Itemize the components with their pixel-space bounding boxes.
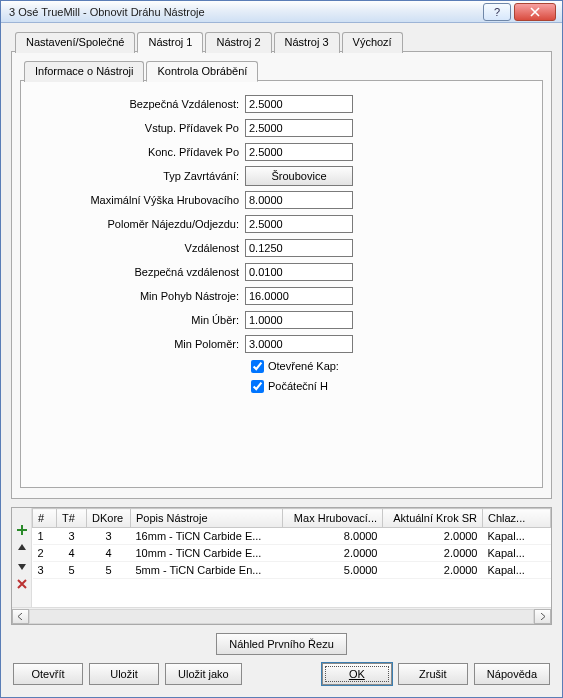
- open-button[interactable]: Otevřít: [13, 663, 83, 685]
- label-min-radius: Min Poloměr:: [35, 338, 245, 350]
- tab-tool-2[interactable]: Nástroj 2: [205, 32, 271, 53]
- input-safe-distance[interactable]: [245, 95, 353, 113]
- col-num[interactable]: #: [33, 509, 57, 528]
- tab-settings-common[interactable]: Nastavení/Společné: [15, 32, 135, 53]
- tool-table[interactable]: # T# DKore Popis Nástroje Max Hrubovací.…: [32, 508, 551, 579]
- main-tabstrip: Nastavení/Společné Nástroj 1 Nástroj 2 N…: [11, 31, 552, 52]
- delete-row-button[interactable]: [14, 576, 30, 592]
- col-desc[interactable]: Popis Nástroje: [131, 509, 283, 528]
- add-row-button[interactable]: [14, 522, 30, 538]
- tab-tool-3[interactable]: Nástroj 3: [274, 32, 340, 53]
- table-cell: 2.0000: [383, 545, 483, 562]
- table-header-row: # T# DKore Popis Nástroje Max Hrubovací.…: [33, 509, 551, 528]
- grid-horizontal-scrollbar[interactable]: [12, 607, 551, 624]
- sub-tabpanel: Bezpečná Vzdálenost: Vstup. Přídavek Po …: [20, 80, 543, 488]
- close-window-button[interactable]: [514, 3, 556, 21]
- col-maxrough[interactable]: Max Hrubovací...: [283, 509, 383, 528]
- table-row[interactable]: 3555mm - TiCN Carbide En...5.00002.0000K…: [33, 562, 551, 579]
- svg-text:?: ?: [494, 7, 500, 17]
- dropdown-entry-type[interactable]: Šroubovice: [245, 166, 353, 186]
- grid-side-toolbar: [12, 508, 32, 607]
- label-entry-type: Typ Zavrtávání:: [35, 170, 245, 182]
- table-cell: Kapal...: [483, 545, 551, 562]
- label-initial-h: Počáteční H: [268, 380, 328, 392]
- table-cell: 3: [57, 528, 87, 545]
- input-min-radius[interactable]: [245, 335, 353, 353]
- checkbox-initial-h[interactable]: [251, 380, 264, 393]
- dialog-footer: Otevřít Uložit Uložit jako OK Zrušit Náp…: [11, 663, 552, 687]
- table-cell: Kapal...: [483, 528, 551, 545]
- scroll-left-button[interactable]: [12, 609, 29, 624]
- table-cell: 8.0000: [283, 528, 383, 545]
- main-tabpanel: Informace o Nástroji Kontrola Obrábění B…: [11, 51, 552, 499]
- label-final-allowance: Konc. Přídavek Po: [35, 146, 245, 158]
- move-down-button[interactable]: [14, 558, 30, 574]
- label-safe-distance: Bezpečná Vzdálenost:: [35, 98, 245, 110]
- table-cell: 2.0000: [283, 545, 383, 562]
- label-min-cut: Min Úběr:: [35, 314, 245, 326]
- input-approach-allowance[interactable]: [245, 119, 353, 137]
- table-cell: 5: [87, 562, 131, 579]
- table-cell: 4: [57, 545, 87, 562]
- tab-default[interactable]: Výchozí: [342, 32, 403, 53]
- table-cell: 16mm - TiCN Carbide E...: [131, 528, 283, 545]
- tool-grid-panel: # T# DKore Popis Nástroje Max Hrubovací.…: [11, 507, 552, 625]
- tab-machining-control[interactable]: Kontrola Obrábění: [146, 61, 258, 82]
- table-cell: 5: [57, 562, 87, 579]
- input-max-rough-height[interactable]: [245, 191, 353, 209]
- table-cell: 2: [33, 545, 57, 562]
- col-cool[interactable]: Chlaz...: [483, 509, 551, 528]
- input-safe-distance-2[interactable]: [245, 263, 353, 281]
- save-as-button[interactable]: Uložit jako: [165, 663, 242, 685]
- label-min-tool-move: Min Pohyb Nástroje:: [35, 290, 245, 302]
- label-approach-allowance: Vstup. Přídavek Po: [35, 122, 245, 134]
- cancel-button[interactable]: Zrušit: [398, 663, 468, 685]
- table-row[interactable]: 13316mm - TiCN Carbide E...8.00002.0000K…: [33, 528, 551, 545]
- table-cell: 2.0000: [383, 562, 483, 579]
- table-cell: 1: [33, 528, 57, 545]
- table-cell: Kapal...: [483, 562, 551, 579]
- tab-tool-info[interactable]: Informace o Nástroji: [24, 61, 144, 82]
- label-distance: Vzdálenost: [35, 242, 245, 254]
- table-cell: 3: [87, 528, 131, 545]
- save-button[interactable]: Uložit: [89, 663, 159, 685]
- sub-tabstrip: Informace o Nástroji Kontrola Obrábění: [24, 60, 543, 81]
- col-tnum[interactable]: T#: [57, 509, 87, 528]
- window-title: 3 Osé TrueMill - Obnovit Dráhu Nástroje: [7, 6, 480, 18]
- table-cell: 4: [87, 545, 131, 562]
- dialog-window: 3 Osé TrueMill - Obnovit Dráhu Nástroje …: [0, 0, 563, 698]
- help-button[interactable]: Nápověda: [474, 663, 550, 685]
- move-up-button[interactable]: [14, 540, 30, 556]
- input-distance[interactable]: [245, 239, 353, 257]
- scroll-right-button[interactable]: [534, 609, 551, 624]
- table-cell: 10mm - TiCN Carbide E...: [131, 545, 283, 562]
- input-leadin-radius[interactable]: [245, 215, 353, 233]
- table-row[interactable]: 24410mm - TiCN Carbide E...2.00002.0000K…: [33, 545, 551, 562]
- table-cell: 3: [33, 562, 57, 579]
- input-min-cut[interactable]: [245, 311, 353, 329]
- client-area: Nastavení/Společné Nástroj 1 Nástroj 2 N…: [1, 23, 562, 697]
- input-min-tool-move[interactable]: [245, 287, 353, 305]
- col-step[interactable]: Aktuální Krok SR: [383, 509, 483, 528]
- label-safe-distance-2: Bezpečná vzdálenost: [35, 266, 245, 278]
- col-dkore[interactable]: DKore: [87, 509, 131, 528]
- input-final-allowance[interactable]: [245, 143, 353, 161]
- titlebar: 3 Osé TrueMill - Obnovit Dráhu Nástroje …: [1, 1, 562, 23]
- table-cell: 5mm - TiCN Carbide En...: [131, 562, 283, 579]
- scroll-track[interactable]: [29, 609, 534, 624]
- tab-tool-1[interactable]: Nástroj 1: [137, 32, 203, 53]
- checkbox-open-pockets[interactable]: [251, 360, 264, 373]
- help-window-button[interactable]: ?: [483, 3, 511, 21]
- ok-button[interactable]: OK: [322, 663, 392, 685]
- table-cell: 2.0000: [383, 528, 483, 545]
- label-max-rough-height: Maximální Výška Hrubovacího: [35, 194, 245, 206]
- label-open-pockets: Otevřené Kap:: [268, 360, 339, 372]
- label-leadin-radius: Poloměr Nájezdu/Odjezdu:: [35, 218, 245, 230]
- preview-first-cut-button[interactable]: Náhled Prvního Řezu: [216, 633, 347, 655]
- table-cell: 5.0000: [283, 562, 383, 579]
